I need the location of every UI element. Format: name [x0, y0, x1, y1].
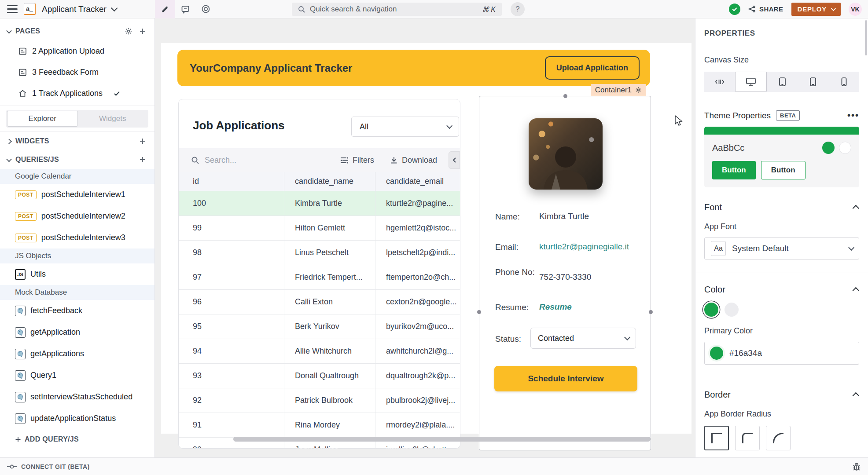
app-title-menu[interactable]: Applicant Tracker [42, 4, 116, 14]
table-cell-id[interactable]: 98 [179, 241, 284, 265]
chevron-down-icon[interactable] [6, 28, 12, 33]
current-theme-card[interactable]: AaBbCc Button Button [704, 127, 859, 187]
hamburger-menu-icon[interactable] [7, 5, 18, 13]
schedule-interview-button[interactable]: Schedule Interview [494, 366, 637, 391]
edit-mode-button[interactable] [155, 0, 175, 18]
canvas-size-tablet-large-button[interactable] [767, 72, 798, 92]
resize-handle-right[interactable] [649, 310, 653, 314]
color-section-header[interactable]: Color [704, 285, 859, 295]
table-cell-name[interactable]: Calli Exton [284, 290, 375, 314]
radius-medium-button[interactable] [735, 426, 760, 450]
canvas-size-desktop-button[interactable] [735, 72, 767, 92]
query-item[interactable]: getApplications [0, 343, 154, 365]
table-cell-id[interactable]: 96 [179, 290, 284, 314]
status-filter-select[interactable]: All [351, 117, 459, 137]
table-cell-email[interactable]: kturtle2r@pagine... [375, 191, 460, 216]
connect-git-button[interactable]: CONNECT GIT (BETA) [7, 463, 90, 470]
table-row[interactable]: 97Friedrick Tempert...ftemperton2o@ch... [179, 265, 460, 290]
table-cell-email[interactable]: ftemperton2o@ch... [375, 265, 460, 289]
table-row[interactable]: 98Linus Petscheltlpetschelt2p@indi... [179, 241, 460, 265]
queries-header-row[interactable]: QUERIES/JS [0, 150, 154, 169]
candidate-detail-container[interactable]: Container1 Name: [479, 96, 651, 450]
table-row[interactable]: 92Patrick Bulbrookpbulbrook2j@livej... [179, 388, 460, 413]
query-item[interactable]: POST postScheduleInterview1 [0, 184, 154, 205]
column-header-candidate-name[interactable]: candidate_name [284, 172, 375, 191]
table-cell-email[interactable]: byurikov2m@uco... [375, 314, 460, 339]
radius-large-button[interactable] [766, 426, 791, 450]
share-button[interactable]: SHARE [748, 5, 783, 13]
table-search-input[interactable]: Search... [191, 156, 336, 165]
resize-handle-left[interactable] [477, 310, 481, 314]
upload-application-button[interactable]: Upload Application [545, 56, 640, 80]
quick-search-input[interactable]: Quick search & navigation ⌘ K [292, 3, 502, 16]
table-row[interactable]: 100Kimbra Turtlekturtle2r@pagine... [179, 191, 460, 216]
table-row[interactable]: 94Allie Whitchurchawhitchurch2l@g... [179, 339, 460, 364]
sidebar-page-application-upload[interactable]: 2 Application Upload [0, 40, 154, 62]
column-header-candidate-email[interactable]: candidate_email [375, 172, 460, 191]
canvas-size-tablet-button[interactable] [798, 72, 828, 92]
table-cell-id[interactable]: 100 [179, 191, 284, 216]
query-item[interactable]: setInterviewStatusScheduled [0, 386, 154, 408]
table-row[interactable]: 96Calli Extoncexton2n@google... [179, 290, 460, 314]
font-section-header[interactable]: Font [704, 202, 859, 212]
add-query-js-button[interactable]: ADD QUERY/JS [0, 429, 154, 449]
query-item[interactable]: getApplication [0, 322, 154, 343]
resize-handle-top[interactable] [563, 94, 567, 98]
sidebar-page-feedback-form[interactable]: 3 Feeedback Form [0, 62, 154, 83]
resume-link[interactable]: Resume [539, 302, 572, 313]
properties-scrollbar[interactable] [865, 20, 867, 55]
table-cell-email[interactable]: hgemlett2q@istoc... [375, 216, 460, 240]
download-button[interactable]: Download [390, 156, 437, 165]
help-button[interactable]: ? [511, 2, 525, 16]
status-select[interactable]: Contacted [530, 328, 636, 349]
add-page-button[interactable] [138, 26, 147, 36]
table-cell-id[interactable]: 92 [179, 388, 284, 413]
table-cell-email[interactable]: pbulbrook2j@livej... [375, 388, 460, 413]
table-cell-name[interactable]: Rina Mordey [284, 413, 375, 437]
widgets-header-row[interactable]: WIDGETS [0, 132, 154, 150]
debug-bug-icon[interactable] [852, 462, 861, 471]
comment-mode-button[interactable] [175, 0, 195, 18]
table-cell-id[interactable]: 99 [179, 216, 284, 240]
deploy-button[interactable]: DEPLOY [791, 3, 841, 16]
table-cell-id[interactable]: 95 [179, 314, 284, 339]
primary-color-input[interactable]: #16a34a [704, 342, 859, 365]
table-cell-email[interactable]: awhitchurch2l@g... [375, 339, 460, 363]
secondary-color-swatch[interactable] [725, 303, 739, 317]
collapse-panel-button[interactable] [449, 151, 460, 169]
table-cell-id[interactable]: 91 [179, 413, 284, 437]
table-cell-id[interactable]: 94 [179, 339, 284, 363]
table-cell-name[interactable]: Friedrick Tempert... [284, 265, 375, 289]
table-cell-email[interactable]: rmordey2i@plala.... [375, 413, 460, 437]
add-query-button[interactable] [138, 155, 147, 164]
primary-color-swatch[interactable] [704, 303, 718, 317]
query-item[interactable]: POST postScheduleInterview2 [0, 205, 154, 227]
pages-settings-gear-icon[interactable] [124, 26, 133, 36]
canvas-size-mobile-button[interactable] [828, 72, 859, 92]
table-cell-email[interactable]: lpetschelt2p@indi... [375, 241, 460, 265]
table-cell-name[interactable]: Patrick Bulbrook [284, 388, 375, 413]
header-banner-widget[interactable]: YourCompany Applicant Tracker Upload App… [177, 50, 650, 86]
query-item[interactable]: Query1 [0, 365, 154, 386]
table-row[interactable]: 99Hilton Gemletthgemlett2q@istoc... [179, 216, 460, 241]
table-cell-id[interactable]: 93 [179, 364, 284, 388]
theme-menu-dots-button[interactable]: ••• [847, 110, 859, 121]
gear-icon[interactable] [635, 87, 642, 93]
column-header-id[interactable]: id [179, 172, 284, 191]
table-cell-email[interactable]: dqualtrough2k@p... [375, 364, 460, 388]
add-widget-button[interactable] [138, 136, 147, 146]
table-row[interactable]: 95Berk Yurikovbyurikov2m@uco... [179, 314, 460, 339]
table-cell-name[interactable]: Donall Qualtrough [284, 364, 375, 388]
table-cell-name[interactable]: Allie Whitchurch [284, 339, 375, 363]
query-item[interactable]: JS Utils [0, 263, 154, 285]
table-cell-name[interactable]: Kimbra Turtle [284, 191, 375, 216]
preview-mode-button[interactable] [195, 0, 216, 18]
canvas-size-fluid-button[interactable] [704, 72, 735, 92]
table-cell-email[interactable]: cexton2n@google... [375, 290, 460, 314]
query-item[interactable]: POST postScheduleInterview3 [0, 227, 154, 248]
table-cell-id[interactable]: 97 [179, 265, 284, 289]
tab-widgets[interactable]: Widgets [78, 111, 148, 127]
table-cell-name[interactable]: Berk Yurikov [284, 314, 375, 339]
tab-explorer[interactable]: Explorer [7, 111, 78, 127]
filters-button[interactable]: Filters [340, 156, 374, 165]
